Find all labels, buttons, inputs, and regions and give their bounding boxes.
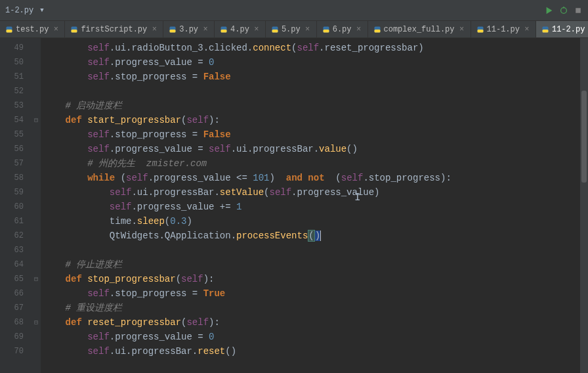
svg-rect-13 <box>272 30 278 33</box>
code-line: def stop_progressbar(self): <box>41 272 588 286</box>
debug-icon[interactable] <box>559 6 568 15</box>
svg-rect-17 <box>374 30 380 33</box>
editor-area: 4950515253545556575859606162636465666768… <box>0 38 588 373</box>
line-number: 52 <box>0 84 32 99</box>
tab-test-py[interactable]: test.py× <box>0 21 65 37</box>
fold-column: ⊟⊟⊟ <box>32 38 41 373</box>
python-file-icon <box>271 26 279 33</box>
fold-empty <box>32 142 41 156</box>
close-icon[interactable]: × <box>253 26 260 33</box>
line-number: 57 <box>0 156 32 171</box>
dropdown-icon[interactable]: ▼ <box>40 7 43 14</box>
breadcrumb-file: 1-2.py <box>5 6 33 15</box>
tab-label: 4.py <box>230 25 249 34</box>
editor-tabs: test.py×firstScript.py×3.py×4.py×5.py×6.… <box>0 21 588 38</box>
line-number: 51 <box>0 70 32 84</box>
close-icon[interactable]: × <box>356 26 362 33</box>
code-line: # 启动进度栏 <box>41 99 588 113</box>
tab-5-py[interactable]: 5.py× <box>266 21 317 37</box>
line-number: 54 <box>0 113 32 127</box>
close-icon[interactable]: × <box>459 26 465 33</box>
fold-empty <box>32 185 41 200</box>
fold-empty <box>32 99 41 113</box>
code-line: self.stop_progress = False <box>41 70 588 84</box>
tab-11-2-py[interactable]: 11-2.py× <box>536 21 588 37</box>
tab-4-py[interactable]: 4.py× <box>215 21 266 37</box>
svg-rect-7 <box>72 30 77 33</box>
line-number: 55 <box>0 127 32 142</box>
code-line: self.ui.progressBar.reset() <box>41 344 588 359</box>
svg-marker-0 <box>547 7 553 14</box>
fold-empty <box>32 344 41 359</box>
fold-empty <box>32 257 41 272</box>
fold-toggle-icon[interactable]: ⊟ <box>32 272 41 286</box>
fold-empty <box>32 301 41 315</box>
fold-empty <box>32 200 41 214</box>
code-line: self.progress_value = self.ui.progressBa… <box>41 142 588 156</box>
line-number: 66 <box>0 286 32 301</box>
line-number: 59 <box>0 185 32 200</box>
close-icon[interactable]: × <box>52 26 59 33</box>
tab-11-1-py[interactable]: 11-1.py× <box>471 21 536 37</box>
fold-empty <box>32 127 41 142</box>
fold-empty <box>32 229 41 243</box>
line-number: 56 <box>0 142 32 156</box>
svg-rect-21 <box>542 30 548 33</box>
line-number: 50 <box>0 55 32 70</box>
tab-complex_full-py[interactable]: complex_full.py× <box>368 21 471 37</box>
python-file-icon <box>476 26 484 33</box>
close-icon[interactable]: × <box>151 26 158 33</box>
scrollbar-thumb[interactable] <box>581 91 587 183</box>
tab-firstScript-py[interactable]: firstScript.py× <box>65 21 163 37</box>
code-content[interactable]: self.ui.radioButton_3.clicked.connect(se… <box>41 38 588 373</box>
tab-label: complex_full.py <box>384 25 455 34</box>
code-line: # 重设进度栏 <box>41 301 588 315</box>
text-cursor-icon: I <box>354 192 361 203</box>
python-file-icon <box>541 26 549 33</box>
fold-empty <box>32 41 41 55</box>
python-file-icon <box>70 26 78 33</box>
svg-rect-19 <box>477 30 483 33</box>
fold-empty <box>32 286 41 301</box>
svg-rect-3 <box>576 8 581 13</box>
svg-rect-11 <box>221 30 227 33</box>
tab-label: test.py <box>16 25 49 34</box>
code-line <box>41 243 588 257</box>
python-file-icon <box>322 26 330 33</box>
code-line: time.sleep(0.3) <box>41 214 588 229</box>
vertical-scrollbar[interactable] <box>580 38 588 373</box>
code-line: while (self.progress_value <= 101) and n… <box>41 171 588 185</box>
close-icon[interactable]: × <box>202 26 209 33</box>
line-number: 68 <box>0 315 32 330</box>
close-icon[interactable]: × <box>524 26 530 33</box>
fold-toggle-icon[interactable]: ⊟ <box>32 315 41 330</box>
code-line: self.progress_value += 1 <box>41 200 588 214</box>
line-gutter: 4950515253545556575859606162636465666768… <box>0 38 32 373</box>
line-number: 69 <box>0 330 32 344</box>
code-line: self.ui.progressBar.setValue(self.progre… <box>41 185 588 200</box>
fold-empty <box>32 171 41 185</box>
fold-empty <box>32 330 41 344</box>
line-number: 53 <box>0 99 32 113</box>
fold-empty <box>32 55 41 70</box>
run-icon[interactable] <box>545 6 554 15</box>
toolbar: 1-2.py ▼ <box>0 0 588 21</box>
svg-point-1 <box>561 7 567 13</box>
line-number: 63 <box>0 243 32 257</box>
tab-6-py[interactable]: 6.py× <box>317 21 368 37</box>
line-number: 49 <box>0 41 32 55</box>
code-line: self.progress_value = 0 <box>41 55 588 70</box>
fold-toggle-icon[interactable]: ⊟ <box>32 113 41 127</box>
fold-empty <box>32 243 41 257</box>
close-icon[interactable]: × <box>304 26 311 33</box>
tab-label: 5.py <box>282 25 301 34</box>
line-number: 64 <box>0 257 32 272</box>
stop-icon[interactable] <box>574 6 583 15</box>
python-file-icon <box>5 26 13 33</box>
svg-rect-15 <box>323 30 329 33</box>
line-number: 61 <box>0 214 32 229</box>
code-line: # 停止进度栏 <box>41 257 588 272</box>
tab-label: 11-2.py <box>552 25 585 34</box>
code-line: self.stop_progress = True <box>41 286 588 301</box>
tab-3-py[interactable]: 3.py× <box>163 21 215 37</box>
